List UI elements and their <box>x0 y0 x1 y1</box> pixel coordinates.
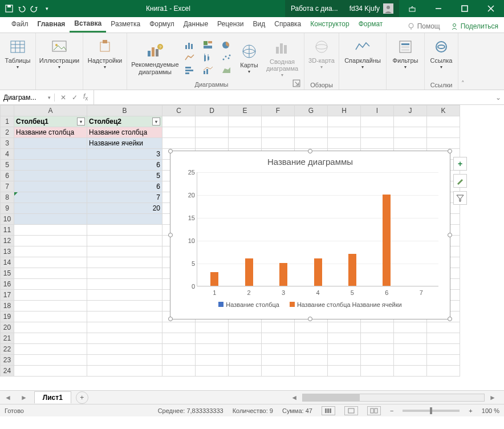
minimize-button[interactable] <box>425 0 452 17</box>
cell[interactable] <box>14 214 87 225</box>
cell[interactable] <box>361 344 394 355</box>
cell[interactable] <box>162 366 196 377</box>
cell[interactable]: 6 <box>87 181 162 192</box>
cell[interactable] <box>196 322 229 333</box>
cell[interactable] <box>361 333 394 344</box>
chart-plot-area[interactable]: 05101520251234567 <box>197 172 438 286</box>
cell[interactable] <box>14 203 87 214</box>
cell[interactable] <box>14 171 87 181</box>
cell[interactable] <box>229 322 262 333</box>
cell[interactable] <box>196 333 229 344</box>
chart-bar[interactable] <box>314 258 322 286</box>
cell[interactable] <box>14 160 87 171</box>
illustrations-button[interactable]: Иллюстрации▾ <box>39 35 79 70</box>
pie-chart-button[interactable] <box>218 39 234 51</box>
cell[interactable] <box>87 311 162 322</box>
cell[interactable] <box>394 127 427 138</box>
cell[interactable] <box>162 127 196 138</box>
cell[interactable] <box>328 127 361 138</box>
cell[interactable] <box>328 355 361 366</box>
cell[interactable] <box>229 127 262 138</box>
cell[interactable] <box>394 138 427 149</box>
cell[interactable] <box>196 138 229 149</box>
row-header[interactable]: 4 <box>1 149 14 160</box>
cell[interactable] <box>361 116 394 127</box>
row-header[interactable]: 5 <box>1 160 14 171</box>
recommended-charts-button[interactable]: ? Рекомендуемые диаграммы <box>131 39 180 75</box>
chart-bar[interactable] <box>348 254 356 286</box>
chart-bar[interactable] <box>279 263 287 286</box>
dialog-launcher-icon[interactable] <box>292 79 300 87</box>
tab-formulas[interactable]: Формул <box>145 17 179 33</box>
cell[interactable] <box>394 116 427 127</box>
enter-formula-icon[interactable]: ✓ <box>72 94 78 102</box>
cell[interactable]: Название столбца <box>87 127 162 138</box>
cell[interactable] <box>262 333 295 344</box>
sparklines-button[interactable]: Спарклайны▾ <box>343 35 383 70</box>
chart-styles-button[interactable] <box>453 174 467 188</box>
row-header[interactable]: 13 <box>1 246 14 257</box>
cell[interactable] <box>427 355 460 366</box>
cell[interactable] <box>295 116 328 127</box>
cell[interactable] <box>14 322 87 333</box>
cell[interactable] <box>87 214 162 225</box>
cell[interactable] <box>14 225 87 236</box>
page-break-view-button[interactable] <box>367 406 381 415</box>
cell[interactable] <box>196 355 229 366</box>
tab-layout[interactable]: Разметка <box>106 17 145 33</box>
scatter-chart-button[interactable] <box>218 51 234 64</box>
col-header[interactable]: J <box>394 106 427 116</box>
filters-button[interactable]: Фильтры▾ <box>390 35 421 70</box>
row-header[interactable]: 12 <box>1 236 14 246</box>
row-header[interactable]: 1 <box>1 116 14 127</box>
tab-design[interactable]: Конструктор <box>306 17 353 33</box>
legend-entry[interactable]: Название столбца Название ячейки <box>290 301 402 308</box>
row-header[interactable]: 14 <box>1 257 14 268</box>
surface-chart-button[interactable] <box>218 64 234 76</box>
cell[interactable] <box>427 333 460 344</box>
tab-view[interactable]: Вид <box>249 17 270 33</box>
sheet-tab[interactable]: Лист1 <box>34 391 71 403</box>
row-header[interactable]: 21 <box>1 333 14 344</box>
user-account[interactable]: fd34 Kjufy <box>344 0 399 17</box>
cell[interactable]: Столбец1▾ <box>14 116 87 127</box>
maps-button[interactable]: Карты▾ <box>237 40 262 75</box>
cell[interactable] <box>196 344 229 355</box>
col-header[interactable]: A <box>14 106 87 116</box>
cell[interactable] <box>87 257 162 268</box>
cell[interactable] <box>87 246 162 257</box>
cell[interactable] <box>262 138 295 149</box>
cell[interactable] <box>14 279 87 290</box>
cell[interactable] <box>427 344 460 355</box>
tab-data[interactable]: Данные <box>179 17 213 33</box>
tell-me[interactable]: Помощ <box>403 20 445 33</box>
cell[interactable] <box>295 333 328 344</box>
link-button[interactable]: Ссылка▾ <box>428 35 454 70</box>
cell[interactable] <box>394 344 427 355</box>
statistic-chart-button[interactable] <box>200 51 216 64</box>
cell[interactable] <box>87 225 162 236</box>
cell[interactable] <box>394 322 427 333</box>
save-icon[interactable] <box>5 4 14 13</box>
tab-insert[interactable]: Вставка <box>70 16 106 33</box>
cell[interactable] <box>14 257 87 268</box>
hierarchy-chart-button[interactable] <box>200 39 216 51</box>
row-header[interactable]: 20 <box>1 322 14 333</box>
line-chart-button[interactable] <box>182 51 198 64</box>
addins-button[interactable]: Надстройки▾ <box>87 35 123 70</box>
cell[interactable] <box>14 236 87 246</box>
cell[interactable] <box>14 301 87 311</box>
cell[interactable] <box>262 127 295 138</box>
cell[interactable] <box>14 311 87 322</box>
row-header[interactable]: 9 <box>1 203 14 214</box>
cell[interactable] <box>162 322 196 333</box>
cell[interactable] <box>262 344 295 355</box>
scroll-right-icon[interactable]: ► <box>485 394 501 402</box>
col-header[interactable]: K <box>427 106 460 116</box>
scroll-left-icon[interactable]: ◄ <box>286 394 302 402</box>
row-header[interactable]: 22 <box>1 344 14 355</box>
cell[interactable] <box>328 366 361 377</box>
cell[interactable] <box>229 138 262 149</box>
chart-elements-button[interactable]: + <box>453 157 467 171</box>
cell[interactable] <box>14 138 87 149</box>
